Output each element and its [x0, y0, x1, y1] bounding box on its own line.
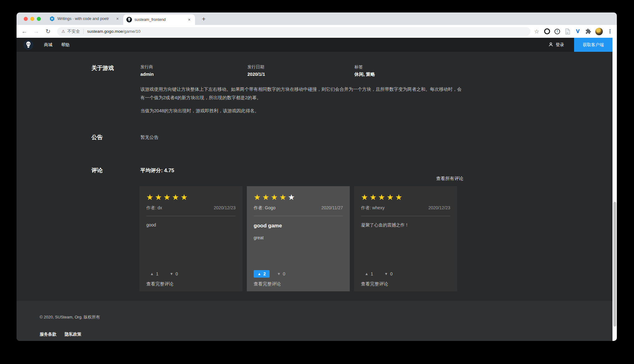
- review-date: 2020/12/23: [214, 205, 236, 211]
- upvote-button[interactable]: ▲1: [146, 270, 162, 278]
- not-secure-warning-icon: ⚠: [61, 29, 65, 34]
- ring-extension-icon[interactable]: [544, 28, 550, 35]
- vimium-extension-icon[interactable]: V: [575, 28, 581, 35]
- star-rating: ★★★★★: [361, 193, 450, 201]
- view-full-review-link[interactable]: 查看完整评论: [254, 281, 281, 287]
- downvote-button[interactable]: ▼0: [273, 270, 289, 278]
- desktop: Writings · with code and poetr × susteam…: [0, 0, 634, 364]
- star-rating: ★★★★★: [146, 193, 236, 201]
- down-triangle-icon: ▼: [277, 272, 281, 276]
- down-triangle-icon: ▼: [384, 272, 388, 276]
- close-tab-icon[interactable]: ×: [187, 17, 192, 22]
- up-triangle-icon: ▲: [365, 272, 368, 276]
- view-all-reviews-link[interactable]: 查看所有评论: [436, 176, 463, 181]
- vote-row: ▲1 ▼0: [361, 270, 396, 278]
- divider: [361, 216, 450, 216]
- tab-writings[interactable]: Writings · with code and poetr ×: [46, 12, 123, 25]
- tags-field: 标签 休闲, 策略: [354, 65, 375, 77]
- upvote-button[interactable]: ▲2: [254, 270, 270, 278]
- page-scrollbar-track[interactable]: [612, 38, 617, 341]
- url-path: /game/10: [123, 29, 140, 34]
- traffic-lights: [24, 17, 41, 21]
- browser-menu-icon[interactable]: ⋮: [607, 28, 613, 35]
- page-scrollbar-thumb[interactable]: [613, 202, 616, 327]
- average-score: 平均评分: 4.75: [140, 167, 463, 174]
- game-description-paragraph: 该游戏使用方向键让方块整体上下左右移动。如果两个带有相同数字的方块在移动中碰撞，…: [140, 85, 463, 102]
- reload-icon[interactable]: ↻: [44, 27, 52, 36]
- circle-info-extension-icon[interactable]: !: [554, 28, 560, 35]
- divider: [146, 216, 236, 216]
- toolbar-icons: ☆ ! V ⋮: [534, 28, 613, 35]
- vote-row: ▲2 ▼0: [254, 270, 289, 278]
- zoom-window-button[interactable]: [37, 17, 41, 21]
- footer-link-terms[interactable]: 服务条款: [40, 332, 56, 337]
- person-icon: [548, 42, 554, 48]
- close-tab-icon[interactable]: ×: [115, 16, 120, 22]
- forward-icon[interactable]: →: [32, 27, 40, 36]
- login-label: 登录: [556, 42, 564, 48]
- review-body: good: [146, 222, 236, 228]
- nav-link-store[interactable]: 商城: [44, 42, 52, 48]
- susteam-favicon-icon: [126, 17, 132, 22]
- url-domain: susteam.gogo.moe: [87, 29, 123, 34]
- review-title: good game: [254, 223, 343, 229]
- review-card: ★★★★★ 作者: whexy 2020/12/23 凝聚了心血的震撼之作！ ▲…: [354, 186, 457, 291]
- star-rating: ★★★★★: [254, 193, 343, 201]
- page-main: 关于游戏 发行商 admin 发行日期 2020/1/1: [17, 52, 617, 301]
- tab-strip: Writings · with code and poetr × susteam…: [17, 12, 617, 25]
- downvote-button[interactable]: ▼0: [381, 270, 397, 278]
- publisher-field: 发行商 admin: [140, 65, 247, 77]
- susteam-logo-icon[interactable]: [23, 40, 33, 50]
- about-section: 关于游戏 发行商 admin 发行日期 2020/1/1: [17, 65, 617, 115]
- extensions-puzzle-icon[interactable]: [585, 28, 591, 35]
- review-author: 作者: Gogo: [254, 205, 276, 211]
- vote-row: ▲1 ▼0: [146, 270, 182, 278]
- announcement-content: 暂无公告: [140, 134, 463, 141]
- about-heading: 关于游戏: [91, 65, 140, 71]
- reviews-section: 评论 平均评分: 4.75 查看所有评论 ★★★★★ 作者: dx 2020: [17, 167, 617, 291]
- get-client-button[interactable]: 获取客户端: [574, 38, 612, 52]
- review-author: 作者: dx: [146, 205, 162, 211]
- review-card: ★★★★★ 作者: Gogo 2020/11/27 good game grea…: [247, 186, 350, 291]
- divider: [254, 216, 343, 216]
- downvote-button[interactable]: ▼0: [166, 270, 182, 278]
- url-divider: [83, 29, 84, 34]
- announcement-section: 公告 暂无公告: [17, 134, 617, 141]
- review-date: 2020/11/27: [321, 205, 343, 211]
- nav-link-help[interactable]: 帮助: [61, 42, 70, 48]
- down-triangle-icon: ▼: [170, 272, 173, 276]
- document-extension-icon[interactable]: [564, 28, 571, 35]
- upvote-button[interactable]: ▲1: [361, 270, 377, 278]
- tab-title: Writings · with code and poetr: [57, 17, 112, 21]
- up-triangle-icon: ▲: [150, 272, 154, 276]
- game-meta-row: 发行商 admin 发行日期 2020/1/1 标签 休闲, 策略: [140, 65, 463, 77]
- browser-window: Writings · with code and poetr × susteam…: [17, 12, 617, 341]
- announcement-heading: 公告: [91, 134, 140, 141]
- minimize-window-button[interactable]: [30, 17, 34, 21]
- review-cards-row: ★★★★★ 作者: dx 2020/12/23 good ▲1: [139, 186, 463, 291]
- nav-right: 登录 获取客户端: [548, 38, 612, 52]
- login-button[interactable]: 登录: [548, 42, 564, 48]
- review-author: 作者: whexy: [361, 205, 384, 211]
- view-full-review-link[interactable]: 查看完整评论: [361, 281, 388, 287]
- bookmark-star-icon[interactable]: ☆: [534, 28, 540, 35]
- profile-avatar[interactable]: [595, 28, 603, 35]
- footer-link-privacy[interactable]: 隐私政策: [65, 332, 81, 337]
- tab-susteam[interactable]: susteam_frontend ×: [123, 14, 195, 25]
- security-label: 不安全: [67, 29, 80, 34]
- site-navbar: 商城 帮助 登录 获取客户端: [17, 38, 617, 52]
- review-body: great: [254, 235, 343, 241]
- copyright-text: © 2020, SUSteam, Org. 版权所有: [40, 315, 617, 320]
- new-tab-button[interactable]: +: [199, 15, 208, 23]
- site-footer: © 2020, SUSteam, Org. 版权所有 服务条款 隐私政策: [17, 301, 617, 341]
- hexo-favicon-icon: [49, 16, 55, 22]
- close-window-button[interactable]: [24, 17, 28, 21]
- address-bar[interactable]: ⚠ 不安全 susteam.gogo.moe /game/10: [57, 27, 530, 36]
- tab-title: susteam_frontend: [134, 17, 184, 22]
- game-description-paragraph: 当值为2048的方块出现时，游戏即胜利，该游戏因此得名。: [140, 107, 463, 115]
- view-full-review-link[interactable]: 查看完整评论: [146, 281, 173, 287]
- release-date-field: 发行日期 2020/1/1: [247, 65, 354, 77]
- reviews-heading: 评论: [91, 167, 140, 174]
- review-date: 2020/12/23: [428, 205, 450, 211]
- back-icon[interactable]: ←: [20, 27, 28, 36]
